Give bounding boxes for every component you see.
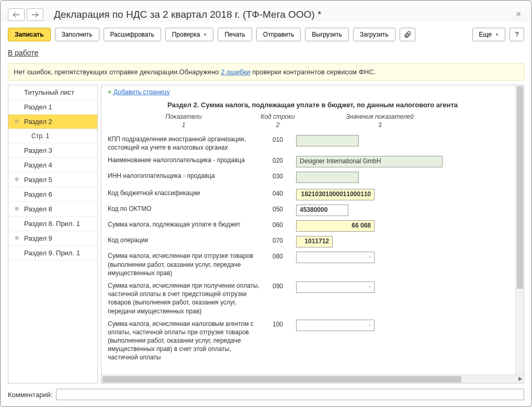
- section-title: Раздел 2. Сумма налога, подлежащая уплат…: [108, 101, 517, 109]
- row-value-field[interactable]: -: [296, 252, 375, 263]
- decode-button[interactable]: Расшифровать: [104, 28, 161, 41]
- comment-label: Комментарий:: [8, 391, 53, 399]
- form-row: ИНН налогоплательщика - продавца030: [108, 169, 517, 187]
- tree-item[interactable]: ⊕Раздел 5: [8, 173, 97, 187]
- content-scroll[interactable]: +Добавить страницу Раздел 2. Сумма налог…: [101, 85, 524, 375]
- col-sub-2: 2: [259, 121, 296, 129]
- form-row: Сумма налога, подлежащая уплате в бюджет…: [108, 218, 517, 234]
- form-row: Сумма налога, исчисленная при отгрузке т…: [108, 250, 517, 279]
- row-label: Сумма налога, исчисленная при отгрузке т…: [108, 252, 259, 277]
- row-code: 030: [265, 172, 291, 180]
- tree-item[interactable]: Раздел 8. Прил. 1: [8, 217, 97, 231]
- row-code: 090: [265, 281, 291, 290]
- tree-expander-icon[interactable]: ⊕: [15, 235, 19, 241]
- col-sub-1: 1: [108, 121, 259, 129]
- row-label: Код по ОКТМО: [108, 205, 259, 213]
- col-sub-3: 3: [296, 121, 463, 129]
- row-label: Код операции: [108, 236, 259, 244]
- status-link[interactable]: В работе: [8, 49, 524, 57]
- row-label: ИНН налогоплательщика - продавца: [108, 172, 259, 180]
- form-row: КПП подразделения иностранной организаци…: [108, 133, 517, 154]
- tree-item[interactable]: ⊖Раздел 2: [8, 115, 97, 129]
- row-label: Сумма налога, подлежащая уплате в бюджет: [108, 220, 259, 229]
- horizontal-scrollbar[interactable]: ▶: [101, 375, 524, 383]
- tree-item[interactable]: Раздел 6: [8, 187, 97, 202]
- tree-item-label: Раздел 8. Прил. 1: [24, 220, 80, 228]
- tree-item-label: Раздел 6: [24, 190, 52, 198]
- fill-button[interactable]: Заполнить: [55, 28, 99, 41]
- col-header-2: Код строки: [259, 113, 296, 120]
- add-page-link[interactable]: +Добавить страницу: [108, 88, 169, 96]
- paperclip-icon: [403, 30, 412, 39]
- tree-expander-icon[interactable]: ⊕: [15, 176, 19, 182]
- form-row: Сумма налога, исчисленная налоговым аген…: [108, 318, 517, 364]
- notice-errors-link[interactable]: 2 ошибки: [221, 68, 250, 76]
- row-code: 100: [265, 320, 291, 328]
- row-value-field[interactable]: [296, 135, 359, 146]
- tree-item-label: Раздел 9: [24, 234, 52, 242]
- plus-icon: +: [108, 88, 111, 96]
- column-headers: Показатели Код строки Значения показател…: [108, 113, 517, 120]
- form-row: Код бюджетной классификации0401821030100…: [108, 187, 517, 202]
- row-value-field[interactable]: 18210301000011000110: [296, 189, 375, 200]
- row-code: 040: [265, 189, 291, 197]
- row-code: 010: [265, 135, 291, 143]
- comment-input[interactable]: [56, 389, 525, 400]
- row-value-field[interactable]: Designer International GmbH: [296, 156, 443, 167]
- row-label: КПП подразделения иностранной организаци…: [108, 135, 259, 152]
- tree-item[interactable]: ⊕Раздел 8: [8, 202, 97, 217]
- tree-expander-icon[interactable]: ⊖: [15, 118, 19, 124]
- tree-expander-icon[interactable]: ⊕: [15, 206, 19, 211]
- form-row: Код операции0701011712: [108, 234, 517, 250]
- row-value-field[interactable]: -: [296, 281, 375, 293]
- row-value-field[interactable]: -: [296, 320, 375, 331]
- tree-item-label: Раздел 4: [24, 161, 52, 169]
- row-label: Код бюджетной классификации: [108, 189, 259, 197]
- form-row: Сумма налога, исчисленная при получении …: [108, 279, 517, 318]
- app-window: 🡠 🡢 Декларация по НДС за 2 квартал 2018 …: [0, 0, 532, 407]
- row-value-field[interactable]: 1011712: [296, 236, 333, 247]
- send-button[interactable]: Отправить: [256, 28, 301, 41]
- comment-row: Комментарий:: [8, 389, 524, 400]
- tree-item[interactable]: Раздел 4: [8, 158, 97, 173]
- tree-item-label: Раздел 3: [24, 146, 52, 154]
- help-button[interactable]: ?: [510, 28, 524, 41]
- row-code: 050: [265, 205, 291, 213]
- row-value-field[interactable]: [296, 172, 359, 183]
- tree-item[interactable]: Титульный лист: [8, 85, 97, 100]
- tree-item[interactable]: Раздел 9. Прил. 1: [8, 246, 97, 261]
- tree-item[interactable]: Стр. 1: [8, 129, 97, 143]
- row-value-field[interactable]: 45380000: [296, 205, 348, 216]
- form-rows: КПП подразделения иностранной организаци…: [108, 133, 517, 364]
- row-code: 060: [265, 220, 291, 229]
- upload-button[interactable]: Выгрузить: [305, 28, 349, 41]
- section-tree[interactable]: Титульный листРаздел 1⊖Раздел 2Стр. 1Раз…: [8, 85, 98, 383]
- row-code: 070: [265, 236, 291, 244]
- download-button[interactable]: Загрузить: [353, 28, 395, 41]
- check-button[interactable]: Проверка: [165, 28, 214, 41]
- tree-item-label: Стр. 1: [31, 132, 49, 140]
- nav-back-button[interactable]: 🡠: [8, 8, 25, 21]
- vertical-scrollbar[interactable]: [515, 85, 524, 375]
- print-button[interactable]: Печать: [218, 28, 252, 41]
- row-value-field[interactable]: 66 068: [296, 220, 375, 232]
- row-code: 080: [265, 252, 291, 260]
- col-header-1: Показатели: [108, 113, 259, 120]
- nav-forward-button[interactable]: 🡢: [27, 8, 43, 21]
- add-page-label: Добавить страницу: [114, 88, 169, 96]
- record-button[interactable]: Записать: [8, 28, 51, 41]
- row-label: Сумма налога, исчисленная налоговым аген…: [108, 320, 259, 362]
- tree-item[interactable]: ⊕Раздел 9: [8, 231, 97, 246]
- row-label: Сумма налога, исчисленная при получении …: [108, 281, 259, 315]
- notice-text-pre: Нет ошибок, препятствующих отправке декл…: [14, 68, 221, 76]
- tree-item[interactable]: Раздел 3: [8, 143, 97, 158]
- attachment-button[interactable]: [400, 28, 415, 41]
- tree-item-label: Титульный лист: [24, 88, 74, 96]
- tree-item[interactable]: Раздел 1: [8, 100, 97, 115]
- tree-item-label: Раздел 5: [24, 176, 52, 184]
- tree-item-label: Раздел 9. Прил. 1: [24, 249, 80, 257]
- window-title: Декларация по НДС за 2 квартал 2018 г. (…: [54, 9, 513, 20]
- titlebar: 🡠 🡢 Декларация по НДС за 2 квартал 2018 …: [8, 7, 524, 22]
- close-icon[interactable]: ×: [513, 9, 524, 20]
- more-button[interactable]: Еще: [472, 28, 505, 41]
